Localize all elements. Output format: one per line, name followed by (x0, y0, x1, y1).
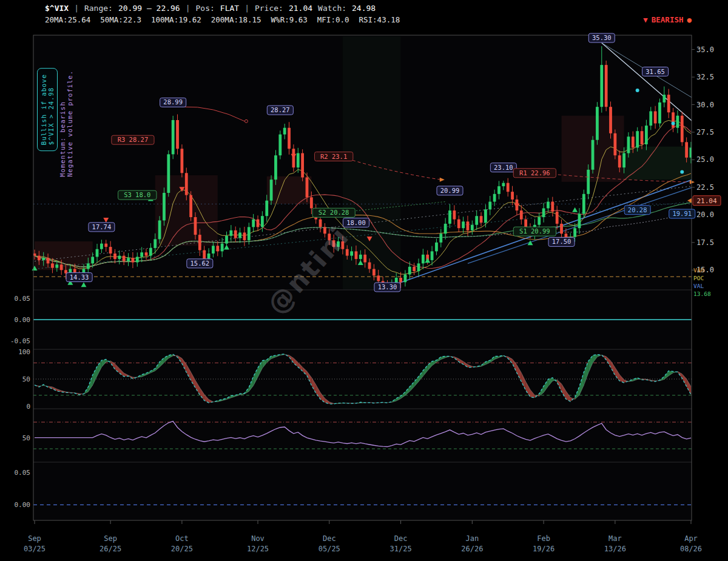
panel-tick-label: 0 (26, 403, 30, 411)
candle-body (319, 220, 322, 227)
candle-body (310, 197, 313, 208)
candle-body (480, 216, 483, 223)
candle-body (55, 264, 58, 267)
candle-body (261, 216, 264, 227)
header-token: 21.04 (289, 4, 312, 13)
candle-body (368, 263, 371, 269)
candle-body (507, 183, 510, 192)
candle-body (471, 225, 474, 230)
x-axis-date: 26/25 (99, 545, 121, 553)
candle-body (439, 233, 442, 243)
leader-arrow-icon (690, 180, 695, 184)
x-axis-month: Dec (323, 534, 336, 543)
annotation-label: R3 28.27 (118, 136, 149, 143)
x-axis-month: Mar (608, 534, 622, 543)
candle-body (47, 258, 50, 263)
signal-token: ● (687, 15, 692, 24)
candle-body (212, 246, 215, 254)
candle-body (238, 232, 241, 238)
candle-body (189, 195, 192, 217)
annotation-label: R2 23.1 (320, 153, 347, 160)
x-axis-date: 31/25 (390, 545, 412, 553)
candle-body (690, 147, 693, 157)
candle-body (350, 251, 353, 255)
candle-body (413, 267, 416, 271)
x-axis-month: Apr (684, 534, 698, 543)
x-axis-date: 03/25 (24, 545, 46, 553)
candle-body (547, 202, 550, 209)
annotation-label: 17.74 (92, 223, 112, 230)
price-tick-label: 30.0 (696, 101, 714, 109)
candle-body (448, 210, 451, 224)
candle-body (462, 221, 465, 228)
panel-tick-label: 0.00 (15, 501, 31, 509)
candle-body (91, 257, 94, 263)
charting-app: $^VIX|Range:20.99 — 22.96|Pos:FLAT|Price… (0, 0, 728, 561)
candle-body (681, 116, 684, 143)
candle-body (587, 170, 590, 194)
candle-body (685, 142, 688, 157)
candle-body (444, 224, 447, 233)
candle-body (123, 256, 126, 261)
candle-body (153, 239, 157, 248)
chart-canvas[interactable]: 35.032.530.027.525.022.520.017.515.00.05… (0, 28, 728, 561)
header-token: 20.99 — 22.96 (118, 4, 180, 13)
candle-body (172, 120, 175, 154)
candle-body (225, 236, 228, 244)
annotation-label: 35.30 (592, 34, 612, 41)
x-axis-date: 20/25 (171, 545, 193, 553)
cyan-dot-marker (636, 89, 639, 92)
x-axis-date: 13/26 (604, 545, 626, 553)
price-tick-label: 25.0 (696, 155, 714, 164)
candle-body (422, 255, 425, 264)
candle-body (676, 116, 679, 128)
profile-tag: VAL (693, 283, 704, 289)
candle-body (363, 255, 366, 263)
candle-body (622, 153, 625, 168)
candle-body (297, 153, 300, 168)
candle-body (194, 217, 197, 235)
candle-body (283, 128, 286, 135)
candle-body (636, 131, 639, 147)
header-token: Pos: (196, 4, 215, 13)
x-axis-month: Jan (465, 534, 479, 543)
candle-body (104, 244, 107, 247)
candle-body (221, 244, 224, 252)
header-metric: 50MA:22.3 (100, 15, 141, 24)
header-token: | (74, 4, 79, 13)
bullish-note: Bullish if above $^VIX > 24.98 (37, 68, 58, 151)
candle-body (493, 194, 496, 202)
candle-body (145, 252, 148, 255)
annotation-label: 28.99 (163, 98, 183, 106)
header-metric: W%R:9.63 (271, 15, 308, 24)
candle-body (301, 153, 304, 178)
candle-body (662, 95, 666, 102)
candle-body (551, 202, 554, 212)
annotation-label: R1 22.96 (519, 169, 550, 176)
candle-body (377, 275, 380, 281)
cyan-dot-marker (672, 121, 675, 125)
candle-body (582, 194, 585, 214)
panel-tick-label: -0.05 (10, 337, 30, 345)
x-axis-date: 19/26 (533, 545, 554, 553)
candle-body (96, 249, 99, 257)
candle-body (457, 220, 460, 229)
header-token: | (186, 4, 190, 13)
signal-token: ▼ (643, 15, 648, 24)
candle-body (556, 212, 559, 224)
candle-body (502, 183, 505, 186)
panel-tick-label: 0.05 (15, 469, 31, 477)
candle-body (667, 95, 670, 112)
annotation-label: 19.91 (672, 210, 692, 217)
annotation-label: S2 20.28 (318, 209, 349, 216)
header-token: Watch: (318, 4, 346, 13)
price-tick-label: 20.0 (696, 210, 714, 219)
candle-body (596, 107, 599, 140)
candle-body (118, 256, 121, 259)
header-token: | (244, 4, 249, 13)
candle-body (600, 65, 603, 107)
candle-body (560, 224, 563, 233)
x-axis-date: 12/25 (247, 545, 269, 553)
candle-body (359, 255, 362, 259)
candle-body (51, 263, 54, 267)
